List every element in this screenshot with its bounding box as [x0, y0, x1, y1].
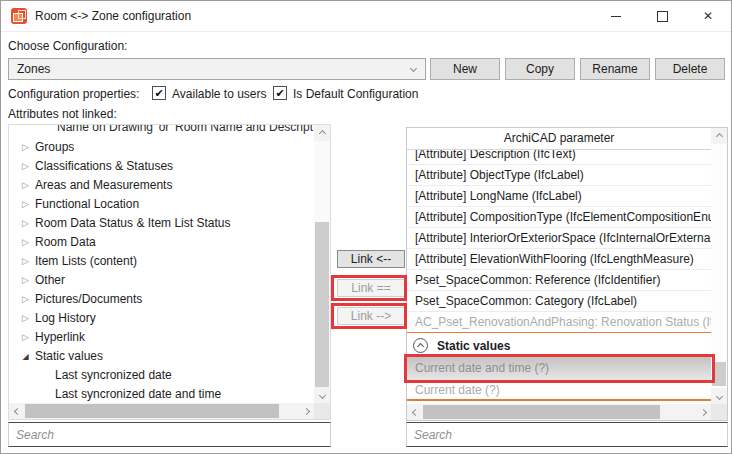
scroll-down-icon[interactable] — [711, 388, 727, 404]
parameter-row-pset-category[interactable]: Pset_SpaceCommon: Category (IfcLabel) — [407, 291, 711, 312]
link-left-button[interactable]: Link <-- — [337, 250, 405, 268]
scrollbar-corner — [711, 404, 727, 420]
tree-item-areas-measurements[interactable]: ▷Areas and Measurements — [9, 176, 314, 195]
scroll-right-icon[interactable] — [298, 403, 314, 419]
left-vertical-scrollbar-thumb[interactable] — [315, 222, 329, 387]
parameter-row-interiororexteriorspace[interactable]: [Attribute] InteriorOrExteriorSpace (Ifc… — [407, 228, 711, 249]
parameter-row-longname[interactable]: [Attribute] LongName (IfcLabel) — [407, 186, 711, 207]
copy-button[interactable]: Copy — [505, 58, 575, 80]
scroll-down-icon[interactable] — [314, 387, 330, 403]
tree-item-last-syncronized-date-and-time[interactable]: Last syncronized date and time — [9, 385, 314, 403]
scroll-up-icon[interactable] — [711, 128, 727, 144]
tree-item-other[interactable]: ▷Other — [9, 271, 314, 290]
attributes-tree: Name on Drawing' or 'Room Name and Descr… — [9, 125, 314, 403]
maximize-icon — [657, 11, 668, 22]
tree-collapsed-icon[interactable]: ▷ — [19, 328, 32, 347]
tree-collapsed-icon[interactable]: ▷ — [19, 195, 32, 214]
tree-collapsed-icon[interactable]: ▷ — [19, 214, 32, 233]
tree-item-functional-location[interactable]: ▷Functional Location — [9, 195, 314, 214]
tree-collapsed-icon[interactable]: ▷ — [19, 176, 32, 195]
tree-item-item-lists[interactable]: ▷Item Lists (content) — [9, 252, 314, 271]
right-horizontal-scrollbar[interactable] — [407, 404, 711, 420]
archicad-parameter-header: ArchiCAD parameter — [407, 128, 711, 150]
delete-button[interactable]: Delete — [655, 58, 725, 80]
available-to-users-label: Available to users — [172, 87, 267, 101]
is-default-configuration-label: Is Default Configuration — [293, 87, 418, 101]
tree-item-last-syncronized-date[interactable]: Last syncronized date — [9, 366, 314, 385]
link-equal-button[interactable]: Link == — [337, 279, 405, 297]
parameter-row-objecttype[interactable]: [Attribute] ObjectType (IfcLabel) — [407, 165, 711, 186]
tree-item-room-data[interactable]: ▷Room Data — [9, 233, 314, 252]
tree-item-partial[interactable]: Name on Drawing' or 'Room Name and Descr… — [9, 125, 314, 138]
parameter-row-compositiontype[interactable]: [Attribute] CompositionType (IfcElementC… — [407, 207, 711, 228]
parameter-row-elevationwithflooring[interactable]: [Attribute] ElevationWithFlooring (IfcLe… — [407, 249, 711, 270]
tree-item-room-data-status[interactable]: ▷Room Data Status & Item List Status — [9, 214, 314, 233]
right-search-input[interactable] — [406, 422, 728, 447]
static-item-current-date-and-time[interactable]: Current date and time (?) — [407, 357, 711, 380]
tree-item-classifications[interactable]: ▷Classifications & Statuses — [9, 157, 314, 176]
attributes-not-linked-label: Attributes not linked: — [8, 107, 117, 121]
archicad-parameter-panel: ArchiCAD parameter [Attribute] Descripti… — [406, 127, 728, 421]
app-icon — [11, 8, 27, 24]
configuration-properties-label: Configuration properties: — [8, 87, 139, 101]
tree-expanded-icon[interactable]: ◢ — [19, 347, 32, 366]
attributes-tree-panel: Name on Drawing' or 'Room Name and Descr… — [8, 124, 331, 420]
scroll-right-icon[interactable] — [695, 404, 711, 420]
configuration-dropdown[interactable]: Zones — [8, 58, 426, 80]
tree-item-static-values[interactable]: ◢Static values — [9, 347, 314, 366]
new-button[interactable]: New — [430, 58, 500, 80]
parameter-row-pset-reference[interactable]: Pset_SpaceCommon: Reference (IfcIdentifi… — [407, 270, 711, 291]
scroll-up-icon[interactable] — [314, 125, 330, 141]
configuration-dropdown-value: Zones — [17, 59, 50, 79]
left-horizontal-scrollbar-thumb[interactable] — [25, 404, 279, 418]
tree-collapsed-icon[interactable]: ▷ — [19, 252, 32, 271]
check-icon: ✔ — [154, 87, 163, 99]
tree-collapsed-icon[interactable]: ▷ — [19, 309, 32, 328]
window-title: Room <-> Zone configuration — [35, 1, 191, 31]
tree-collapsed-icon[interactable]: ▷ — [19, 290, 32, 309]
room-zone-configuration-dialog: Room <-> Zone configuration ✕ Choose Con… — [0, 0, 732, 454]
scroll-left-icon[interactable] — [407, 404, 423, 420]
choose-configuration-label: Choose Configuration: — [8, 39, 127, 53]
static-item-current-date[interactable]: Current date (?) — [407, 380, 711, 401]
tree-collapsed-icon[interactable]: ▷ — [19, 138, 32, 157]
close-icon: ✕ — [703, 10, 713, 22]
chevron-down-icon — [410, 65, 417, 72]
minimize-button[interactable] — [593, 1, 639, 31]
check-icon: ✔ — [275, 87, 284, 99]
left-search-input[interactable] — [8, 422, 331, 447]
tree-item-hyperlink[interactable]: ▷Hyperlink — [9, 328, 314, 347]
collapse-chevron-icon[interactable] — [413, 338, 428, 353]
is-default-configuration-checkbox[interactable]: ✔ — [273, 86, 287, 100]
parameter-row-renovation-status[interactable]: AC_Pset_RenovationAndPhasing: Renovation… — [407, 312, 711, 333]
tree-collapsed-icon[interactable]: ▷ — [19, 233, 32, 252]
scrollbar-corner — [314, 403, 330, 419]
link-right-button[interactable]: Link --> — [337, 307, 405, 325]
minimize-icon — [611, 16, 621, 17]
scroll-left-icon[interactable] — [9, 403, 25, 419]
right-horizontal-scrollbar-thumb[interactable] — [423, 405, 660, 419]
close-button[interactable]: ✕ — [685, 1, 731, 31]
tree-collapsed-icon[interactable]: ▷ — [19, 157, 32, 176]
tree-item-log-history[interactable]: ▷Log History — [9, 309, 314, 328]
right-vertical-scrollbar-thumb[interactable] — [712, 362, 726, 386]
available-to-users-checkbox[interactable]: ✔ — [152, 86, 166, 100]
title-bar: Room <-> Zone configuration ✕ — [1, 1, 731, 32]
tree-collapsed-icon[interactable]: ▷ — [19, 271, 32, 290]
right-vertical-scrollbar[interactable] — [711, 128, 727, 404]
tree-item-pictures-documents[interactable]: ▷Pictures/Documents — [9, 290, 314, 309]
left-horizontal-scrollbar[interactable] — [9, 403, 314, 419]
left-vertical-scrollbar[interactable] — [314, 125, 330, 403]
static-values-section-header[interactable]: Static values — [407, 334, 711, 358]
maximize-button[interactable] — [639, 1, 685, 31]
tree-item-groups[interactable]: ▷Groups — [9, 138, 314, 157]
rename-button[interactable]: Rename — [580, 58, 650, 80]
